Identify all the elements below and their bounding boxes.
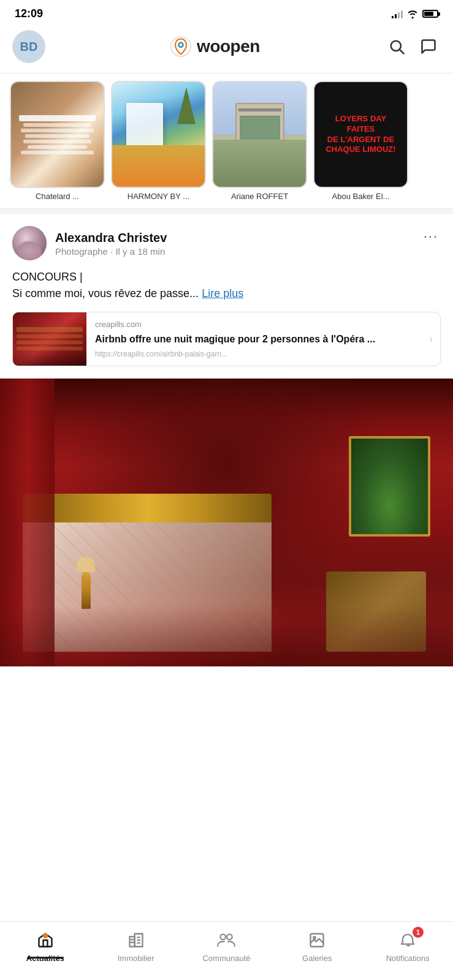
author-meta: Photographe · Il y a 18 min	[55, 246, 167, 257]
gallery-icon	[309, 932, 325, 949]
nav-label-immobilier: Immobilier	[118, 954, 154, 963]
signal-icon	[392, 10, 403, 18]
section-divider	[0, 209, 453, 214]
story-label: Abou Baker El...	[313, 192, 408, 201]
story-thumb	[10, 81, 105, 188]
link-arrow-icon: ›	[422, 312, 440, 366]
search-icon	[388, 38, 405, 55]
svg-point-1	[179, 43, 183, 47]
post: Alexandra Christev Photographe · Il y a …	[0, 214, 453, 366]
author-avatar	[12, 226, 47, 260]
nav-item-immobilier[interactable]: Immobilier	[99, 929, 173, 963]
story-item[interactable]: HARMONY BY ...	[111, 81, 206, 201]
building-icon	[128, 932, 145, 949]
svg-point-4	[44, 934, 47, 938]
post-text-body: Si comme moi, vous rêvez de passe...	[12, 287, 202, 300]
status-time: 12:09	[15, 7, 43, 20]
svg-point-15	[313, 937, 316, 939]
read-more-link[interactable]: Lire plus	[202, 287, 243, 300]
svg-point-13	[227, 934, 233, 940]
author-name: Alexandra Christev	[55, 230, 167, 245]
post-menu-button[interactable]: ···	[421, 226, 441, 247]
community-icon	[217, 932, 235, 949]
story-label: Chatelard ...	[10, 192, 105, 201]
nav-icon-actualites-wrap	[33, 929, 58, 951]
nav-icon-communaute-wrap	[214, 929, 238, 951]
logo-text: woopen	[197, 37, 260, 56]
nav-icon-galeries-wrap	[305, 929, 329, 951]
header-actions	[384, 34, 441, 59]
nav-label-notifications: Notifications	[386, 954, 430, 963]
nav-icon-notifications-wrap: 1	[395, 929, 420, 951]
link-source: creapills.com	[95, 320, 413, 329]
story-label: Ariane ROFFET	[212, 192, 307, 201]
link-preview-content: creapills.com Airbnb offre une nuit magi…	[86, 312, 422, 366]
header: BD woopen	[0, 25, 453, 73]
nav-item-notifications[interactable]: 1 Notifications	[371, 929, 444, 963]
status-icons	[392, 9, 438, 19]
nav-item-communaute[interactable]: Communauté	[189, 929, 263, 963]
nav-item-galeries[interactable]: Galeries	[280, 929, 354, 963]
story-thumb	[212, 81, 307, 188]
nav-active-bar	[27, 957, 64, 959]
author-avatar-image	[12, 226, 47, 260]
link-url: https://creapills.com/airbnb-palais-garn…	[95, 350, 413, 358]
author-role: Photographe	[55, 246, 108, 257]
post-text: CONCOURS | Si comme moi, vous rêvez de p…	[12, 269, 441, 302]
author-info: Alexandra Christev Photographe · Il y a …	[55, 230, 167, 257]
nav-label-galeries: Galeries	[302, 954, 332, 963]
stories-row: Chatelard ... HARMONY BY ...	[0, 81, 453, 201]
nav-label-communaute: Communauté	[202, 954, 250, 963]
story-item[interactable]: LOYERS DAYFAITESDE L'ARGENT DECHAQUE LIM…	[313, 81, 408, 201]
story-label: HARMONY BY ...	[111, 192, 206, 201]
logo: woopen	[170, 36, 260, 58]
user-avatar[interactable]: BD	[12, 30, 45, 63]
home-icon	[37, 932, 54, 949]
post-full-image	[0, 379, 453, 666]
bottom-nav: Actualités Immobilier Com	[0, 921, 453, 980]
nav-icon-immobilier-wrap	[124, 929, 148, 951]
post-header: Alexandra Christev Photographe · Il y a …	[12, 226, 441, 260]
notification-badge: 1	[413, 927, 424, 938]
svg-point-12	[221, 934, 226, 940]
story-thumb: LOYERS DAYFAITESDE L'ARGENT DECHAQUE LIM…	[313, 81, 408, 188]
search-button[interactable]	[384, 34, 409, 59]
logo-icon	[170, 36, 192, 58]
story-item[interactable]: Ariane ROFFET	[212, 81, 307, 201]
svg-rect-5	[129, 937, 134, 946]
messages-button[interactable]	[416, 34, 441, 59]
nav-item-actualites[interactable]: Actualités	[9, 929, 82, 963]
stories-section: Chatelard ... HARMONY BY ...	[0, 73, 453, 209]
story-item[interactable]: Chatelard ...	[10, 81, 105, 201]
status-bar: 12:09	[0, 0, 453, 25]
wifi-icon	[406, 9, 419, 19]
link-preview-image	[13, 312, 86, 366]
link-preview[interactable]: creapills.com Airbnb offre une nuit magi…	[12, 312, 441, 366]
post-author: Alexandra Christev Photographe · Il y a …	[12, 226, 167, 260]
battery-icon	[422, 10, 438, 18]
post-time: Il y a 18 min	[115, 246, 165, 257]
story-thumb	[111, 81, 206, 188]
chat-icon	[420, 38, 437, 55]
link-title: Airbnb offre une nuit magique pour 2 per…	[95, 333, 413, 346]
svg-line-3	[400, 50, 403, 53]
post-text-main: CONCOURS |	[12, 269, 441, 285]
